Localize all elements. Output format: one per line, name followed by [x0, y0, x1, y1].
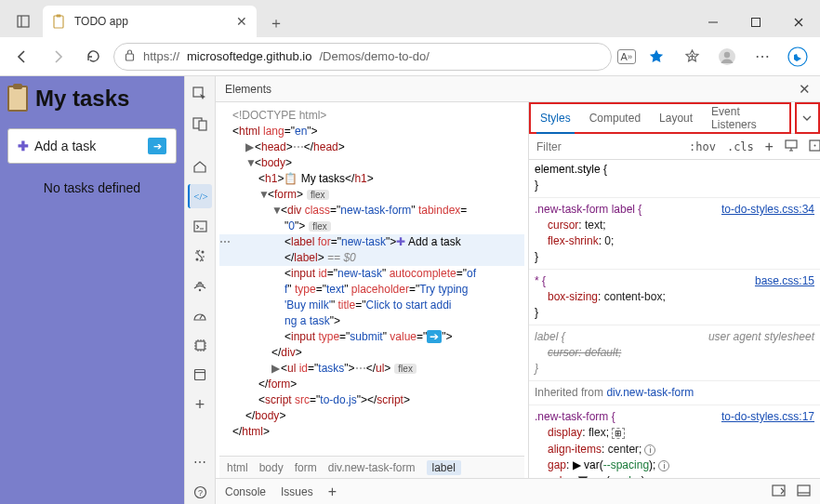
svg-rect-17	[194, 221, 206, 232]
more-styles-button[interactable]	[803, 139, 820, 154]
tab-layout[interactable]: Layout	[650, 103, 702, 133]
devtools-activity-bar: </> + ⋯ ?	[184, 76, 216, 504]
refresh-button[interactable]	[78, 42, 108, 72]
tab-computed[interactable]: Computed	[580, 103, 650, 133]
close-icon[interactable]: ✕	[236, 14, 247, 29]
network-tool[interactable]	[188, 273, 212, 298]
address-bar[interactable]: https://microsoftedge.github.io/Demos/de…	[113, 43, 612, 71]
breadcrumb[interactable]: html body form div.new-task-form label	[219, 456, 524, 478]
minimize-button[interactable]	[692, 7, 734, 37]
breadcrumb-item[interactable]: html	[227, 461, 248, 474]
tab-actions-button[interactable]	[7, 6, 39, 37]
source-link[interactable]: base.css:15	[755, 273, 814, 289]
app-heading: My tasks	[7, 86, 177, 112]
dom-tree[interactable]: <!DOCTYPE html> <html lang="en"> ▶<head>…	[219, 108, 524, 456]
drawer-icon[interactable]	[772, 484, 786, 499]
close-window-button[interactable]	[777, 7, 820, 37]
svg-point-18	[196, 259, 199, 261]
url-scheme: https://	[143, 49, 179, 63]
devtools-header: Elements ✕	[216, 76, 820, 102]
collapse-drawer-button[interactable]	[797, 484, 811, 499]
add-task-button[interactable]: ✚Add a task ➔	[7, 128, 177, 164]
source-link[interactable]: to-do-styles.css:17	[721, 409, 814, 425]
breadcrumb-item[interactable]: div.new-task-form	[328, 461, 416, 474]
svg-rect-22	[196, 341, 205, 350]
memory-tool[interactable]	[188, 333, 212, 357]
console-drawer: Console Issues +	[216, 478, 820, 504]
forward-button[interactable]	[43, 42, 73, 72]
source-link[interactable]: to-do-styles.css:34	[721, 202, 814, 218]
svg-point-20	[199, 289, 201, 291]
window-controls	[692, 7, 820, 37]
browser-tab[interactable]: TODO app ✕	[43, 6, 257, 37]
empty-state-text: No tasks defined	[7, 180, 177, 195]
back-button[interactable]	[7, 42, 37, 72]
clipboard-icon	[7, 86, 28, 112]
more-tools-button[interactable]: ⋯	[188, 450, 212, 474]
bing-button[interactable]	[783, 42, 813, 72]
more-button[interactable]: ⋯	[747, 42, 777, 72]
issues-tab[interactable]: Issues	[281, 485, 313, 498]
style-rules[interactable]: element.style { } .new-task-form label {…	[529, 160, 820, 478]
svg-point-19	[202, 251, 205, 254]
svg-rect-5	[752, 19, 760, 27]
sources-tool[interactable]	[188, 244, 212, 268]
breadcrumb-item[interactable]: body	[259, 461, 284, 474]
url-host: microsoftedge.github.io	[187, 49, 311, 63]
collections-button[interactable]	[677, 42, 707, 72]
tab-event-listeners[interactable]: Event Listeners	[702, 103, 789, 133]
application-tool[interactable]	[188, 363, 212, 387]
plus-icon: ✚	[18, 139, 29, 153]
panel-title: Elements	[225, 83, 799, 96]
app-title-text: My tasks	[35, 86, 129, 112]
cls-button[interactable]: .cls	[721, 140, 760, 153]
elements-tree-panel[interactable]: <!DOCTYPE html> <html lang="en"> ▶<head>…	[216, 102, 528, 478]
url-path: /Demos/demo-to-do/	[319, 49, 430, 63]
svg-rect-23	[195, 370, 205, 380]
svg-rect-27	[786, 140, 797, 148]
submit-arrow-icon[interactable]: ➔	[148, 138, 166, 154]
svg-point-12	[724, 51, 730, 57]
add-tool-button[interactable]: +	[188, 392, 212, 417]
more-tabs-button[interactable]	[795, 102, 820, 134]
selected-dom-node[interactable]: ⋯<label for="new-task">✚ Add a task	[219, 234, 524, 250]
styles-tabstrip: Styles Computed Layout Event Listeners	[529, 102, 820, 134]
maximize-button[interactable]	[734, 7, 777, 37]
browser-toolbar: https://microsoftedge.github.io/Demos/de…	[0, 37, 820, 76]
profile-button[interactable]	[712, 42, 742, 72]
svg-point-29	[813, 144, 815, 146]
svg-text:?: ?	[197, 488, 202, 497]
styles-sidebar: Styles Computed Layout Event Listeners :…	[528, 102, 820, 478]
welcome-tool[interactable]	[188, 154, 212, 179]
device-toolbar-tool[interactable]	[188, 112, 212, 136]
styles-toolbar: :hov .cls +	[529, 134, 820, 160]
browser-tabstrip: TODO app ✕ ＋	[7, 0, 692, 37]
breadcrumb-item[interactable]: form	[295, 461, 317, 474]
new-tab-button[interactable]: ＋	[262, 9, 290, 37]
help-button[interactable]: ?	[188, 480, 212, 504]
hov-button[interactable]: :hov	[683, 140, 721, 153]
devtools-panel: Elements ✕ <!DOCTYPE html> <html lang="e…	[216, 76, 820, 504]
reading-mode-button[interactable]: A»	[617, 49, 636, 64]
device-styles-button[interactable]	[779, 139, 803, 154]
svg-rect-0	[18, 16, 29, 27]
favorite-button[interactable]	[641, 42, 671, 72]
new-rule-button[interactable]: +	[760, 139, 779, 155]
highlighted-tabs-region: Styles Computed Layout Event Listeners	[529, 102, 791, 134]
performance-tool[interactable]	[188, 303, 212, 327]
inspect-tool[interactable]	[188, 82, 212, 106]
elements-tool[interactable]: </>	[188, 184, 212, 208]
breadcrumb-item-active[interactable]: label	[427, 460, 461, 475]
add-drawer-tab[interactable]: +	[328, 484, 337, 500]
add-task-label: Add a task	[34, 139, 96, 153]
filter-input[interactable]	[529, 140, 683, 153]
console-tab[interactable]: Console	[225, 485, 266, 498]
tab-styles[interactable]: Styles	[531, 103, 580, 133]
close-devtools-button[interactable]: ✕	[799, 81, 811, 98]
lock-icon	[124, 48, 136, 64]
clipboard-icon	[52, 14, 67, 29]
svg-rect-3	[57, 15, 61, 18]
svg-rect-16	[199, 121, 206, 130]
console-tool[interactable]	[188, 214, 212, 238]
tab-title: TODO app	[74, 15, 229, 28]
